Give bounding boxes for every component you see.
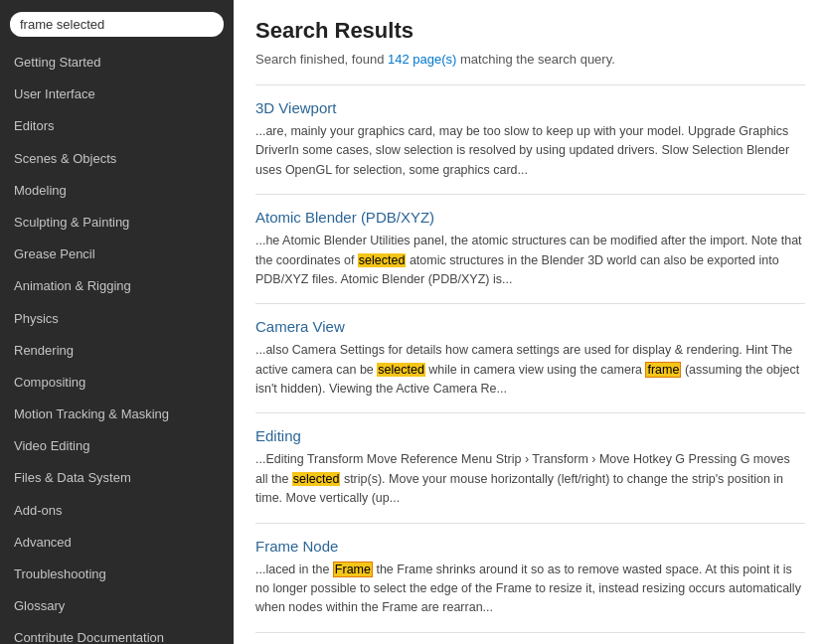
results-container: 3D Viewport ...are, mainly your graphics…: [255, 84, 805, 644]
sidebar-nav-item[interactable]: Rendering: [0, 335, 234, 367]
search-input[interactable]: [10, 12, 224, 37]
result-item: Atomic Blender (PDB/XYZ) ...he Atomic Bl…: [255, 194, 805, 303]
result-snippet: ...Editing Transform Move Reference Menu…: [255, 450, 805, 508]
search-box-wrap: [0, 6, 234, 47]
sidebar-nav-item[interactable]: Add-ons: [0, 495, 234, 527]
result-item: Editing ...Editing Transform Move Refere…: [255, 412, 805, 522]
sidebar-nav-item[interactable]: Scenes & Objects: [0, 143, 234, 175]
search-summary: Search finished, found 142 page(s) match…: [255, 52, 805, 67]
sidebar-nav-item[interactable]: Sculpting & Painting: [0, 207, 234, 239]
result-title[interactable]: Editing: [255, 427, 805, 444]
sidebar-nav-item[interactable]: Compositing: [0, 367, 234, 399]
result-snippet: ...laced in the Frame the Frame shrinks …: [255, 561, 805, 618]
page-title: Search Results: [255, 18, 805, 44]
result-item: 3D Viewport ...are, mainly your graphics…: [255, 84, 805, 194]
sidebar-nav-item[interactable]: Glossary: [0, 590, 234, 622]
sidebar-nav-item[interactable]: Troubleshooting: [0, 559, 234, 590]
result-title[interactable]: Atomic Blender (PDB/XYZ): [255, 209, 805, 226]
main-content: Search Results Search finished, found 14…: [234, 0, 827, 644]
sidebar-nav-item[interactable]: Editors: [0, 110, 234, 142]
result-title[interactable]: 3D Viewport: [255, 99, 805, 116]
summary-pre: Search finished, found: [255, 52, 388, 67]
nav-list: Getting StartedUser InterfaceEditorsScen…: [0, 47, 234, 644]
highlight-frame: Frame: [333, 562, 373, 577]
result-snippet: ...are, mainly your graphics card, may b…: [255, 122, 805, 180]
result-item: Camera View ...also Camera Settings for …: [255, 303, 805, 412]
summary-count-link[interactable]: 142 page(s): [388, 52, 456, 67]
highlight-selected: selected: [377, 363, 425, 377]
sidebar-nav-item[interactable]: Getting Started: [0, 47, 234, 79]
result-title[interactable]: Frame Node: [255, 538, 805, 555]
highlight-selected: selected: [292, 472, 341, 486]
result-title[interactable]: Camera View: [255, 318, 805, 335]
result-snippet: ...he Atomic Blender Utilities panel, th…: [255, 232, 805, 289]
sidebar-nav-item[interactable]: Files & Data System: [0, 462, 234, 494]
sidebar-nav-item[interactable]: Video Editing: [0, 430, 234, 462]
sidebar-nav-item[interactable]: Contribute Documentation: [0, 622, 234, 644]
result-item: Frame Node ...laced in the Frame the Fra…: [255, 523, 805, 632]
highlight-frame: frame: [645, 362, 681, 378]
sidebar-nav-item[interactable]: User Interface: [0, 79, 234, 110]
sidebar-nav-item[interactable]: Modeling: [0, 175, 234, 207]
sidebar: Getting StartedUser InterfaceEditorsScen…: [0, 0, 234, 644]
summary-post: matching the search query.: [456, 52, 614, 67]
result-item: Grease Pencil: [255, 632, 805, 644]
sidebar-nav-item[interactable]: Advanced: [0, 527, 234, 559]
result-snippet: ...also Camera Settings for details how …: [255, 341, 805, 399]
sidebar-nav-item[interactable]: Grease Pencil: [0, 239, 234, 270]
sidebar-nav-item[interactable]: Animation & Rigging: [0, 270, 234, 302]
highlight: selected: [358, 253, 407, 267]
sidebar-nav-item[interactable]: Motion Tracking & Masking: [0, 399, 234, 430]
sidebar-nav-item[interactable]: Physics: [0, 303, 234, 335]
